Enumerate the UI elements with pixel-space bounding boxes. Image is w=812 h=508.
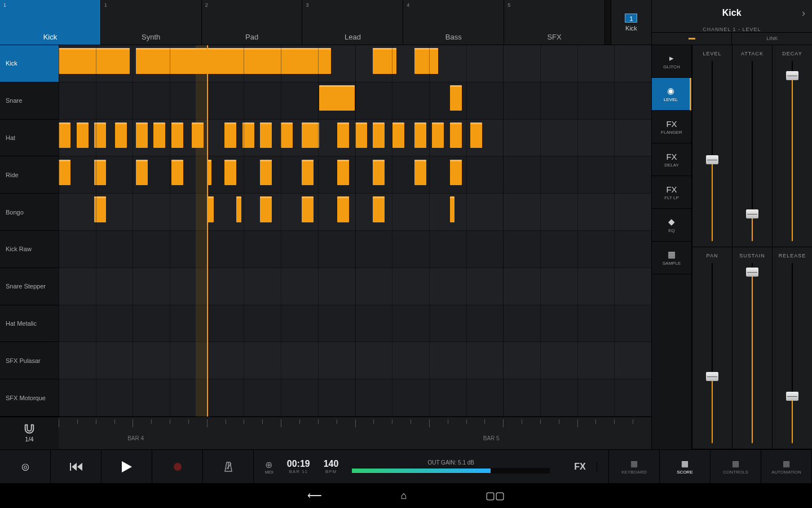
note[interactable] [337,160,349,185]
sample-row-kick-raw[interactable]: Kick Raw [0,231,59,268]
note[interactable] [272,48,331,73]
slider-thumb[interactable] [786,71,798,80]
slider-thumb[interactable] [746,268,758,277]
param-sustain[interactable]: SUSTAIN [732,247,772,449]
bpm-display[interactable]: 140 BPM [324,459,339,474]
pattern-row[interactable] [59,268,651,305]
effect-tab-eq[interactable]: ◆EQ [652,209,691,242]
note[interactable] [242,122,254,148]
pattern-row[interactable] [59,379,651,417]
next-arrow-icon[interactable]: › [802,7,805,19]
recents-icon[interactable]: ▢▢ [486,489,505,502]
note[interactable] [260,122,272,148]
pattern-row[interactable] [59,156,651,194]
mode-score[interactable]: ▦SCORE [660,450,710,483]
note[interactable] [260,160,272,185]
logo-button[interactable]: ◎ [0,450,51,483]
sample-row-hat[interactable]: Hat [0,120,59,157]
track-tab-synth[interactable]: 1 Synth [101,0,202,45]
note[interactable] [470,122,482,148]
note[interactable] [450,122,462,148]
sample-row-ride[interactable]: Ride [0,156,59,194]
pattern-editor[interactable]: BAR 4BAR 5 [59,45,651,449]
slider-thumb[interactable] [786,392,798,401]
note[interactable] [77,122,89,148]
param-decay[interactable]: DECAY [772,45,812,247]
play-button[interactable] [102,450,152,483]
note[interactable] [236,196,241,222]
slider-thumb[interactable] [746,209,758,218]
effect-tab-level[interactable]: ◉LEVEL [652,78,691,111]
playhead[interactable] [207,45,208,417]
param-release[interactable]: RELEASE [772,247,812,449]
home-icon[interactable]: ⌂ [401,490,407,502]
note[interactable] [59,160,70,185]
mode-keyboard[interactable]: ▦KEYBOARD [609,450,660,483]
pattern-row[interactable] [59,231,651,268]
pattern-row[interactable] [59,194,651,231]
sample-row-hat-metalic[interactable]: Hat Metalic [0,305,59,343]
effect-tab-flt-lp[interactable]: FXFLT LP [652,176,691,209]
track-tab-bass[interactable]: 4 Bass [403,0,504,45]
note[interactable] [337,122,349,148]
output-gain[interactable]: OUT GAIN: 5.1 dB [352,459,550,474]
note[interactable] [281,122,293,148]
back-icon[interactable]: ⟵ [307,489,322,502]
note[interactable] [450,160,462,185]
track-tab-kick[interactable]: 1 Kick [0,0,101,45]
pattern-row[interactable] [59,82,651,120]
link-button[interactable]: LINK [732,32,812,45]
note[interactable] [115,122,127,148]
param-level[interactable]: LEVEL [692,45,732,247]
note[interactable] [171,122,183,148]
note[interactable] [373,122,385,148]
track-tab-sfx[interactable]: 5 SFX [504,0,605,45]
note[interactable] [355,122,367,148]
rewind-button[interactable] [51,450,102,483]
note[interactable] [171,160,183,185]
note[interactable] [302,196,314,222]
note[interactable] [302,160,314,185]
note[interactable] [414,48,438,73]
track-tab-lead[interactable]: 3 Lead [302,0,403,45]
note[interactable] [373,48,396,73]
time-display[interactable]: 00:19 BAR 11 [287,459,310,474]
record-button[interactable] [152,450,203,483]
note[interactable] [392,122,404,148]
note[interactable] [94,160,106,185]
note[interactable] [414,160,426,185]
snap-button[interactable]: 1/4 [0,417,59,449]
param-attack[interactable]: ATTACK [732,45,772,247]
fx-button[interactable]: FX [563,462,597,472]
note[interactable] [224,160,236,185]
pattern-row[interactable] [59,342,651,379]
note[interactable] [450,85,462,111]
note[interactable] [432,122,444,148]
note[interactable] [319,85,355,111]
effect-tab-delay[interactable]: FXDELAY [652,143,691,176]
note[interactable] [373,160,385,185]
effect-tab-sample[interactable]: ▦SAMPLE [652,242,691,274]
note[interactable] [59,48,130,73]
note[interactable] [414,122,426,148]
pattern-row[interactable] [59,120,651,157]
note[interactable] [136,122,148,148]
link-indicator[interactable] [652,32,732,45]
metronome-button[interactable] [203,450,254,483]
note[interactable] [450,196,454,222]
note[interactable] [94,196,106,222]
mode-controls[interactable]: ▦CONTROLS [710,450,761,483]
sample-row-bongo[interactable]: Bongo [0,194,59,231]
sample-row-snare[interactable]: Snare [0,82,59,120]
effect-tab-flanger[interactable]: FXFLANGER [652,111,691,143]
side-track-header[interactable]: 1 Kick [611,0,651,45]
midi-icon[interactable]: ⊕MIDI [265,459,273,474]
note[interactable] [224,122,236,148]
sample-row-sfx-pulasar[interactable]: SFX Pulasar [0,342,59,379]
param-pan[interactable]: PAN [692,247,732,449]
sample-row-snare-stepper[interactable]: Snare Stepper [0,268,59,305]
pattern-row[interactable] [59,45,651,82]
note[interactable] [94,122,106,148]
slider-thumb[interactable] [706,372,718,381]
track-tab-pad[interactable]: 2 Pad [202,0,303,45]
